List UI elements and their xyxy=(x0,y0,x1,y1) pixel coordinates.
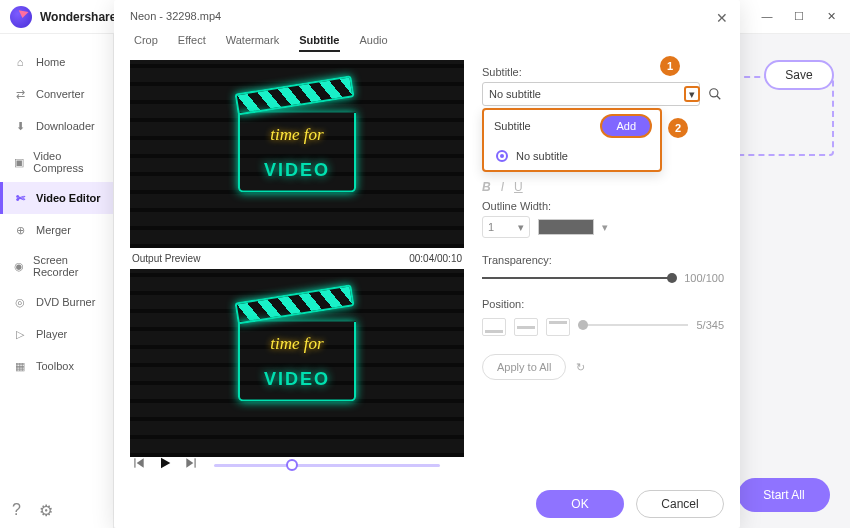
editor-icon: ✄ xyxy=(12,190,28,206)
sidebar-item-label: Video Editor xyxy=(36,192,101,204)
sidebar-item-merger[interactable]: ⊕Merger xyxy=(0,214,113,246)
modal-title: Neon - 32298.mp4 xyxy=(114,0,740,22)
save-button[interactable]: Save xyxy=(764,60,834,90)
subtitle-option-label: No subtitle xyxy=(516,150,568,162)
converter-icon: ⇄ xyxy=(12,86,28,102)
chevron-down-icon: ▾ xyxy=(689,88,695,101)
output-preview-label: Output Preview xyxy=(132,253,200,264)
close-window-button[interactable]: ✕ xyxy=(822,10,840,23)
sidebar-item-label: Player xyxy=(36,328,67,340)
ok-button[interactable]: OK xyxy=(536,490,624,518)
reset-icon[interactable]: ↻ xyxy=(576,361,585,374)
sidebar-item-label: Toolbox xyxy=(36,360,74,372)
position-value: 5/345 xyxy=(696,319,724,331)
sidebar-item-video-compress[interactable]: ▣Video Compress xyxy=(0,142,113,182)
outline-width-select[interactable]: 1▾ xyxy=(482,216,530,238)
start-all-button[interactable]: Start All xyxy=(738,478,830,512)
neon-text-1: time for xyxy=(240,124,354,144)
sidebar-item-label: Video Compress xyxy=(33,150,101,174)
merge-icon: ⊕ xyxy=(12,222,28,238)
svg-rect-2 xyxy=(134,458,135,467)
play-button[interactable] xyxy=(156,455,174,475)
svg-rect-3 xyxy=(195,458,196,467)
modal-close-button[interactable]: ✕ xyxy=(716,10,728,26)
sidebar-item-label: DVD Burner xyxy=(36,296,95,308)
neon-text-2: VIDEO xyxy=(240,159,354,180)
sidebar-item-dvd-burner[interactable]: ◎DVD Burner xyxy=(0,286,113,318)
subtitle-select[interactable]: No subtitle xyxy=(482,82,700,106)
record-icon: ◉ xyxy=(12,258,25,274)
maximize-button[interactable]: ☐ xyxy=(790,10,808,23)
position-middle-button[interactable] xyxy=(514,318,538,336)
sidebar-item-converter[interactable]: ⇄Converter xyxy=(0,78,113,110)
font-style-row: B I U xyxy=(482,180,724,194)
cancel-button[interactable]: Cancel xyxy=(636,490,724,518)
svg-point-0 xyxy=(710,89,718,97)
bold-icon[interactable]: B xyxy=(482,180,491,194)
sidebar-item-downloader[interactable]: ⬇Downloader xyxy=(0,110,113,142)
download-icon: ⬇ xyxy=(12,118,28,134)
transparency-slider[interactable] xyxy=(482,277,676,279)
sidebar-item-label: Merger xyxy=(36,224,71,236)
outline-color-swatch[interactable] xyxy=(538,219,594,235)
sidebar-item-label: Converter xyxy=(36,88,84,100)
sidebar-item-label: Home xyxy=(36,56,65,68)
preview-time: 00:04/00:10 xyxy=(409,253,462,264)
settings-icon[interactable]: ⚙ xyxy=(39,501,53,520)
dvd-icon: ◎ xyxy=(12,294,28,310)
timeline-slider[interactable] xyxy=(214,464,440,467)
help-icon[interactable]: ? xyxy=(12,501,21,520)
output-preview: time for VIDEO xyxy=(130,269,464,457)
subtitle-option-none[interactable]: No subtitle xyxy=(484,142,660,170)
minimize-button[interactable]: — xyxy=(758,10,776,23)
transparency-value: 100/100 xyxy=(684,272,724,284)
italic-icon[interactable]: I xyxy=(501,180,504,194)
chevron-down-icon[interactable]: ▾ xyxy=(602,221,608,234)
tab-audio[interactable]: Audio xyxy=(360,30,388,52)
sidebar-item-label: Downloader xyxy=(36,120,95,132)
position-label: Position: xyxy=(482,298,724,310)
timeline-thumb[interactable] xyxy=(286,459,298,471)
search-subtitle-icon[interactable] xyxy=(706,85,724,103)
tab-effect[interactable]: Effect xyxy=(178,30,206,52)
sidebar-item-home[interactable]: ⌂Home xyxy=(0,46,113,78)
position-slider[interactable] xyxy=(578,324,688,326)
home-icon: ⌂ xyxy=(12,54,28,70)
tab-watermark[interactable]: Watermark xyxy=(226,30,279,52)
compress-icon: ▣ xyxy=(12,154,25,170)
player-controls xyxy=(130,450,440,480)
radio-selected-icon xyxy=(496,150,508,162)
apply-to-all-button[interactable]: Apply to All xyxy=(482,354,566,380)
neon-text-2: VIDEO xyxy=(240,368,354,389)
sidebar-item-toolbox[interactable]: ▦Toolbox xyxy=(0,350,113,382)
tab-subtitle[interactable]: Subtitle xyxy=(299,30,339,52)
callout-1: 1 xyxy=(660,56,680,76)
transparency-label: Transparency: xyxy=(482,254,724,266)
next-frame-button[interactable] xyxy=(182,456,200,474)
subtitle-dropdown-toggle[interactable]: ▾ xyxy=(684,86,700,102)
underline-icon[interactable]: U xyxy=(514,180,523,194)
editor-modal: ✕ Neon - 32298.mp4 Crop Effect Watermark… xyxy=(114,0,740,528)
svg-line-1 xyxy=(717,96,721,100)
chevron-down-icon: ▾ xyxy=(518,221,524,234)
sidebar: ⌂Home ⇄Converter ⬇Downloader ▣Video Comp… xyxy=(0,34,114,528)
position-top-button[interactable] xyxy=(546,318,570,336)
subtitle-selected: No subtitle xyxy=(489,88,541,100)
callout-2: 2 xyxy=(668,118,688,138)
sidebar-item-video-editor[interactable]: ✄Video Editor xyxy=(0,182,113,214)
brand-name: Wondershare xyxy=(40,10,116,24)
subtitle-label: Subtitle: xyxy=(482,66,724,78)
app-logo-icon xyxy=(10,6,32,28)
add-subtitle-button[interactable]: Add xyxy=(602,116,650,136)
position-bottom-button[interactable] xyxy=(482,318,506,336)
sidebar-item-screen-recorder[interactable]: ◉Screen Recorder xyxy=(0,246,113,286)
outline-width-label: Outline Width: xyxy=(482,200,724,212)
neon-text-1: time for xyxy=(240,333,354,353)
toolbox-icon: ▦ xyxy=(12,358,28,374)
sidebar-item-label: Screen Recorder xyxy=(33,254,101,278)
prev-frame-button[interactable] xyxy=(130,456,148,474)
tab-crop[interactable]: Crop xyxy=(134,30,158,52)
play-icon: ▷ xyxy=(12,326,28,342)
dropdown-header: Subtitle xyxy=(494,120,531,132)
sidebar-item-player[interactable]: ▷Player xyxy=(0,318,113,350)
